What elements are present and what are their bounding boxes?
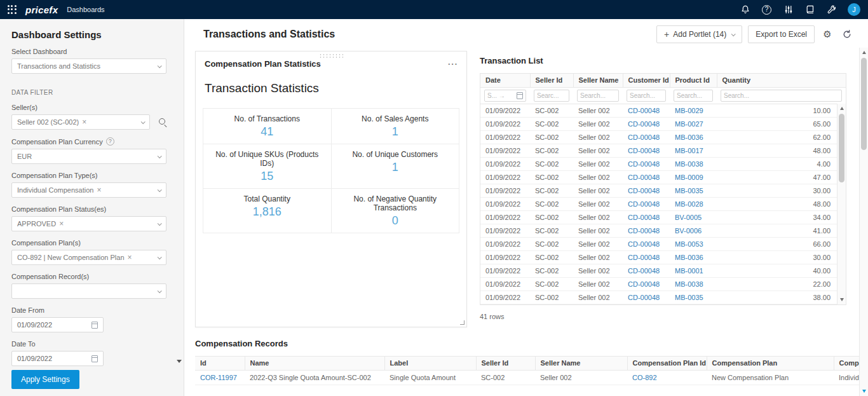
cell-link[interactable]: MB-0028: [675, 200, 703, 208]
cell-link[interactable]: CD-00048: [628, 174, 660, 181]
table-row[interactable]: 01/09/2022SC-002Seller 002CD-00048MB-003…: [480, 250, 846, 264]
table-row[interactable]: 01/09/2022SC-002Seller 002CD-00048MB-001…: [480, 144, 846, 157]
column-filter-input[interactable]: [577, 90, 619, 102]
apply-settings-button[interactable]: Apply Settings: [11, 370, 79, 389]
remove-tag-icon[interactable]: ×: [97, 186, 101, 195]
scroll-up-arrow[interactable]: [862, 51, 866, 54]
cell-link[interactable]: CD-00048: [628, 107, 660, 114]
portlet-menu-icon[interactable]: ⋯: [447, 61, 458, 67]
table-cell[interactable]: CD-00048: [623, 184, 670, 197]
column-header[interactable]: Seller Id: [530, 74, 573, 87]
cell-link[interactable]: MB-0035: [675, 187, 703, 195]
cell-link[interactable]: CD-00048: [628, 187, 660, 195]
column-filter-input[interactable]: [674, 90, 713, 102]
cell-link[interactable]: CD-00048: [628, 200, 660, 208]
table-cell[interactable]: MB-0035: [670, 290, 717, 304]
table-cell[interactable]: MB-0036: [670, 130, 717, 144]
table-cell[interactable]: MB-0017: [670, 144, 717, 157]
column-filter-input[interactable]: [627, 90, 666, 102]
cell-link[interactable]: MB-0036: [675, 133, 703, 141]
table-cell[interactable]: MB-0053: [670, 237, 717, 250]
column-header[interactable]: Customer Id: [623, 74, 670, 87]
cell-link[interactable]: MB-0035: [675, 294, 703, 301]
portlet-drag-handle[interactable]: [319, 53, 343, 58]
apps-grid-icon[interactable]: [8, 5, 17, 14]
cell-link[interactable]: CD-00048: [628, 133, 660, 141]
cell-link[interactable]: CD-00048: [628, 267, 660, 275]
filter-select[interactable]: Seller 002 (SC-002)×: [11, 114, 150, 130]
table-row[interactable]: 01/09/2022SC-002Seller 002CD-00048BV-000…: [480, 210, 846, 224]
cell-link[interactable]: MB-0036: [675, 254, 703, 261]
scroll-down-arrow[interactable]: [862, 390, 866, 393]
table-cell[interactable]: MB-0028: [670, 197, 717, 210]
pricefx-logo[interactable]: pricefx: [25, 4, 58, 15]
cell-link[interactable]: MB-0038: [675, 160, 703, 168]
table-cell[interactable]: CD-00048: [623, 250, 670, 264]
table-cell[interactable]: CD-00048: [623, 277, 670, 290]
column-header[interactable]: Name: [245, 357, 384, 370]
table-row[interactable]: COR-119972022-Q3 Single Quota Amount-SC-…: [195, 370, 859, 385]
table-row[interactable]: 01/09/2022SC-002Seller 002CD-00048MB-002…: [480, 197, 846, 210]
table-cell[interactable]: CD-00048: [623, 290, 670, 304]
table-cell[interactable]: CD-00048: [623, 237, 670, 250]
table-cell[interactable]: MB-0038: [670, 157, 717, 170]
column-header[interactable]: Id: [195, 357, 245, 370]
dashboard-select[interactable]: Transactions and Statistics: [11, 58, 166, 74]
table-cell[interactable]: MB-0036: [670, 250, 717, 264]
cell-link[interactable]: MB-0038: [675, 280, 703, 288]
column-header[interactable]: Compensation Plan Id: [627, 357, 707, 370]
column-header[interactable]: Seller Name: [535, 357, 627, 370]
user-avatar[interactable]: J: [848, 3, 860, 16]
table-row[interactable]: 01/09/2022SC-002Seller 002CD-00048MB-003…: [480, 184, 846, 197]
filter-select[interactable]: CO-892 | New Compensation Plan×: [11, 250, 166, 265]
table-cell[interactable]: CO-892: [627, 370, 707, 385]
portlet-resize-handle[interactable]: [460, 320, 465, 325]
cell-link[interactable]: MB-0009: [675, 174, 703, 181]
table-cell[interactable]: CD-00048: [623, 157, 670, 170]
column-header[interactable]: Date: [480, 74, 530, 87]
table-cell[interactable]: CD-00048: [623, 104, 670, 117]
table-row[interactable]: 01/09/2022SC-002Seller 002CD-00048MB-003…: [480, 277, 846, 290]
sliders-icon[interactable]: [783, 4, 794, 15]
column-header[interactable]: Label: [384, 357, 476, 370]
table-cell[interactable]: CD-00048: [623, 224, 670, 237]
gear-icon[interactable]: ⚙: [820, 27, 834, 41]
table-cell[interactable]: BV-0006: [670, 224, 717, 237]
table-cell[interactable]: CD-00048: [623, 130, 670, 144]
table-row[interactable]: 01/09/2022SC-002Seller 002CD-00048MB-002…: [480, 117, 846, 130]
cell-link[interactable]: BV-0005: [675, 214, 702, 221]
search-icon[interactable]: [158, 117, 168, 127]
refresh-icon[interactable]: [840, 27, 854, 41]
cell-link[interactable]: CD-00048: [628, 227, 660, 235]
table-cell[interactable]: CD-00048: [623, 197, 670, 210]
column-header[interactable]: Compensation Plan: [707, 357, 834, 370]
scrollbar-thumb[interactable]: [861, 58, 867, 150]
table-cell[interactable]: CD-00048: [623, 264, 670, 277]
column-header[interactable]: Product Id: [670, 74, 717, 87]
cell-link[interactable]: CD-00048: [628, 214, 660, 221]
table-row[interactable]: 01/09/2022SC-002Seller 002CD-00048MB-003…: [480, 130, 846, 144]
table-cell[interactable]: MB-0027: [670, 117, 717, 130]
transaction-table-scrollbar[interactable]: [837, 104, 846, 304]
table-cell[interactable]: MB-0009: [670, 170, 717, 184]
add-portlet-button[interactable]: + Add Portlet (14): [656, 25, 742, 43]
table-cell[interactable]: COR-11997: [195, 370, 245, 385]
table-row[interactable]: 01/09/2022SC-002Seller 002CD-00048MB-003…: [480, 157, 846, 170]
table-cell[interactable]: BV-0005: [670, 210, 717, 224]
book-icon[interactable]: [804, 4, 815, 15]
column-header[interactable]: Seller Id: [476, 357, 535, 370]
scroll-down-arrow[interactable]: [840, 298, 844, 301]
filter-select[interactable]: Individual Compensation×: [11, 182, 166, 198]
date-from-input[interactable]: 01/09/2022: [11, 317, 104, 332]
table-cell[interactable]: MB-0001: [670, 264, 717, 277]
wrench-icon[interactable]: [826, 4, 837, 15]
table-row[interactable]: 01/09/2022SC-002Seller 002CD-00048MB-003…: [480, 290, 846, 304]
cell-link[interactable]: CD-00048: [628, 120, 660, 128]
remove-tag-icon[interactable]: ×: [59, 219, 64, 228]
cell-link[interactable]: MB-0029: [675, 107, 703, 114]
column-filter-input[interactable]: [487, 90, 517, 101]
table-cell[interactable]: CD-00048: [623, 117, 670, 130]
table-cell[interactable]: CD-00048: [623, 144, 670, 157]
table-row[interactable]: 01/09/2022SC-002Seller 002CD-00048MB-002…: [480, 104, 846, 117]
cell-link[interactable]: CD-00048: [628, 240, 660, 248]
